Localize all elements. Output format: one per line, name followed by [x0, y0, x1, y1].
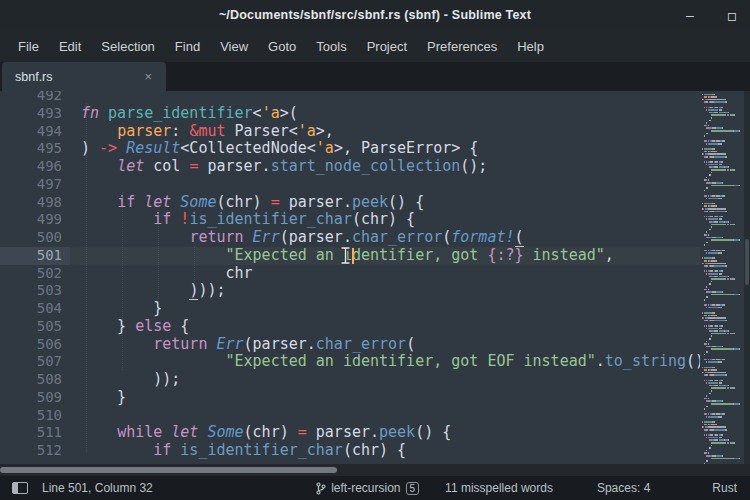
code-line-494[interactable]: 494 parser: &mut Parser<'a>,	[0, 123, 700, 141]
code-text: } else {	[81, 318, 189, 336]
line-number[interactable]: 501	[0, 247, 62, 265]
code-text: "Expected an identifier, got EOF instead…	[81, 353, 700, 371]
line-number[interactable]: 497	[0, 176, 62, 194]
line-number[interactable]: 511	[0, 424, 62, 442]
line-number[interactable]: 493	[0, 105, 62, 123]
code-line-511[interactable]: 511 while let Some(chr) = parser.peek() …	[0, 424, 700, 442]
line-number[interactable]: 503	[0, 282, 62, 300]
line-number[interactable]: 508	[0, 371, 62, 389]
code-text: if is_identifier_char(chr) {	[81, 442, 406, 460]
menu-item-help[interactable]: Help	[507, 34, 554, 59]
maximize-button[interactable]: □	[724, 8, 740, 23]
indentation-status[interactable]: Spaces: 4	[597, 481, 650, 495]
code-line-502[interactable]: 502 chr	[0, 265, 700, 283]
code-line-498[interactable]: 498 if let Some(chr) = parser.peek() {	[0, 194, 700, 212]
git-branch-icon	[316, 482, 326, 495]
code-text: return Err(parser.char_error(format!(	[81, 229, 524, 247]
code-text: let col = parser.start_node_collection()…	[81, 158, 487, 176]
line-number[interactable]: 507	[0, 353, 62, 371]
code-line-500[interactable]: 500 return Err(parser.char_error(format!…	[0, 229, 700, 247]
code-text: }	[81, 389, 126, 407]
tab-sbnf-rs[interactable]: sbnf.rs ×	[2, 62, 166, 91]
code-line-503[interactable]: 503 )));	[0, 282, 700, 300]
line-number[interactable]: 494	[0, 123, 62, 141]
code-text: return Err(parser.char_error(	[81, 336, 415, 354]
line-number[interactable]: 509	[0, 389, 62, 407]
code-line-493[interactable]: 493fn parse_identifier<'a>(	[0, 105, 700, 123]
code-line-506[interactable]: 506 return Err(parser.char_error(	[0, 336, 700, 354]
minimize-button[interactable]: –	[682, 8, 698, 23]
status-bar: Line 501, Column 32 left-recursion 5 11 …	[0, 476, 750, 500]
menu-bar: FileEditSelectionFindViewGotoToolsProjec…	[0, 30, 750, 62]
line-number[interactable]: 496	[0, 158, 62, 176]
line-number[interactable]: 512	[0, 442, 62, 460]
code-line-512[interactable]: 512 if is_identifier_char(chr) {	[0, 442, 700, 460]
caret-position-label[interactable]: Line 501, Column 32	[42, 481, 153, 495]
code-text: parser: &mut Parser<'a>,	[81, 123, 334, 141]
code-text: while let Some(chr) = parser.peek() {	[81, 424, 451, 442]
git-branch-label: left-recursion	[331, 481, 400, 495]
line-number[interactable]: 498	[0, 194, 62, 212]
minimap[interactable]	[701, 91, 744, 464]
code-text: ));	[81, 371, 180, 389]
code-text: chr	[81, 265, 253, 283]
tab-close-icon[interactable]: ×	[144, 70, 152, 83]
code-text: ) -> Result<CollectedNode<'a>, ParseErro…	[81, 140, 478, 158]
vertical-scrollbar[interactable]	[744, 91, 750, 464]
code-line-507[interactable]: 507 "Expected an identifier, got EOF ins…	[0, 353, 700, 371]
menu-item-view[interactable]: View	[210, 34, 258, 59]
code-line-505[interactable]: 505 } else {	[0, 318, 700, 336]
window-title: ~/Documents/sbnf/src/sbnf.rs (sbnf) - Su…	[219, 8, 531, 22]
git-branch-status[interactable]: left-recursion 5	[316, 481, 419, 495]
line-number[interactable]: 499	[0, 211, 62, 229]
code-line-496[interactable]: 496 let col = parser.start_node_collecti…	[0, 158, 700, 176]
line-number[interactable]: 492	[0, 91, 62, 105]
code-text: if let Some(chr) = parser.peek() {	[81, 194, 424, 212]
code-editor[interactable]: 492493fn parse_identifier<'a>(494 parser…	[0, 91, 700, 464]
vertical-scrollbar-thumb[interactable]	[745, 239, 749, 285]
horizontal-scrollbar-thumb[interactable]	[0, 467, 337, 473]
code-line-492[interactable]: 492	[0, 91, 700, 105]
code-text: }	[81, 300, 162, 318]
syntax-status[interactable]: Rust	[712, 481, 737, 495]
menu-item-project[interactable]: Project	[357, 34, 417, 59]
spell-check-status[interactable]: 11 misspelled words	[445, 481, 553, 495]
line-number[interactable]: 504	[0, 300, 62, 318]
code-line-508[interactable]: 508 ));	[0, 371, 700, 389]
mouse-ibeam-cursor	[340, 246, 351, 265]
text-caret	[352, 248, 354, 264]
tab-label: sbnf.rs	[2, 70, 53, 84]
menu-item-tools[interactable]: Tools	[306, 34, 356, 59]
line-number[interactable]: 510	[0, 407, 62, 425]
code-line-509[interactable]: 509 }	[0, 389, 700, 407]
code-text: )));	[81, 282, 226, 300]
code-line-504[interactable]: 504 }	[0, 300, 700, 318]
line-number[interactable]: 495	[0, 140, 62, 158]
menu-item-selection[interactable]: Selection	[91, 34, 164, 59]
horizontal-scrollbar[interactable]	[0, 464, 750, 476]
code-line-497[interactable]: 497	[0, 176, 700, 194]
menu-item-goto[interactable]: Goto	[258, 34, 306, 59]
code-line-495[interactable]: 495) -> Result<CollectedNode<'a>, ParseE…	[0, 140, 700, 158]
line-number[interactable]: 506	[0, 336, 62, 354]
line-number[interactable]: 502	[0, 265, 62, 283]
menu-item-edit[interactable]: Edit	[49, 34, 91, 59]
line-number[interactable]: 505	[0, 318, 62, 336]
menu-item-preferences[interactable]: Preferences	[417, 34, 507, 59]
menu-item-find[interactable]: Find	[165, 34, 210, 59]
code-line-510[interactable]: 510	[0, 407, 700, 425]
code-text: if !is_identifier_char(chr) {	[81, 211, 415, 229]
title-bar: ~/Documents/sbnf/src/sbnf.rs (sbnf) - Su…	[0, 0, 750, 30]
menu-item-file[interactable]: File	[8, 34, 49, 59]
sidebar-toggle-icon[interactable]	[12, 482, 28, 494]
code-line-499[interactable]: 499 if !is_identifier_char(chr) {	[0, 211, 700, 229]
tab-bar: sbnf.rs ×	[0, 62, 750, 91]
line-number[interactable]: 500	[0, 229, 62, 247]
code-text: fn parse_identifier<'a>(	[81, 105, 298, 123]
git-changes-badge: 5	[406, 482, 420, 495]
